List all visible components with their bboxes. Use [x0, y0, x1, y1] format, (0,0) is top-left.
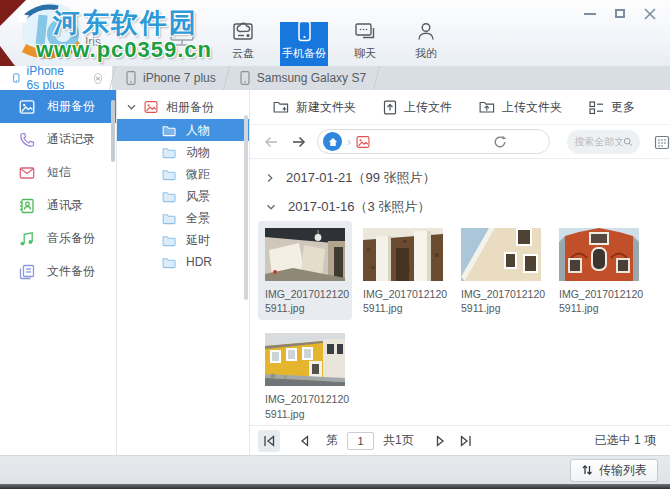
nav-label: 云盘 [232, 46, 254, 61]
sidebar-item-sms[interactable]: 短信 [0, 156, 116, 189]
tree-item-timelapse[interactable]: 延时 [117, 229, 249, 251]
tree-item-label: 风景 [186, 188, 210, 205]
sidebar-item-contacts[interactable]: 通讯录 [0, 189, 116, 222]
photo-card[interactable]: IMG_20170121205911.jpg [356, 221, 450, 320]
view-calendar-icon[interactable] [654, 134, 670, 150]
upload-file-icon [383, 100, 397, 115]
window-controls [583, 7, 656, 20]
sidebar-item-file-backup[interactable]: 文件备份 [0, 255, 116, 288]
cloud-drive-icon [232, 20, 254, 42]
mail-icon [19, 165, 35, 181]
nav-label: 手机备份 [282, 46, 326, 61]
address-breadcrumb-bar[interactable]: › [317, 129, 550, 154]
tree-item-landscape[interactable]: 风景 [117, 185, 249, 207]
toolbar-label: 上传文件夹 [502, 99, 562, 116]
tree-scrollbar[interactable] [244, 115, 248, 300]
tree-item-macro[interactable]: 微距 [117, 163, 249, 185]
new-folder-icon [273, 100, 289, 114]
photo-card[interactable]: IMG_20170121205911.jpg [454, 221, 548, 320]
tree-item-panorama[interactable]: 全景 [117, 207, 249, 229]
search-input[interactable] [574, 136, 623, 147]
refresh-button[interactable] [493, 135, 507, 149]
forward-button[interactable] [291, 134, 307, 150]
chevron-down-icon [266, 203, 276, 211]
photo-thumbnail [559, 228, 639, 281]
sidebar-item-music-backup[interactable]: 音乐备份 [0, 222, 116, 255]
back-button[interactable] [263, 134, 279, 150]
main-area: 相册备份 通话记录 短信 通讯录 音乐备份 文件备份 相册备份 [0, 90, 670, 455]
next-page-button[interactable] [435, 435, 446, 447]
album-icon [19, 99, 35, 115]
device-tabbar: iPhone 6s plus ✕ iPhone 7 plus Samsung G… [0, 66, 670, 90]
sidebar-scrollbar[interactable] [111, 100, 115, 162]
photo-thumbnail [265, 228, 345, 281]
photo-card-selected[interactable]: IMG_20170121205911.jpg [258, 221, 352, 320]
minimize-button[interactable] [583, 7, 596, 20]
nav-item-chat[interactable]: 聊天 [341, 22, 389, 66]
selection-count-label: 已选中 1 项 [595, 432, 656, 449]
nav-item-phone-backup[interactable]: 手机备份 [280, 22, 328, 66]
photo-filename: IMG_20170121205911.jpg [461, 287, 541, 315]
transfer-arrows-icon [581, 464, 593, 476]
tree-item-animals[interactable]: 动物 [117, 141, 249, 163]
action-toolbar: 新建文件夹 上传文件 上传文件夹 更多 [250, 90, 670, 125]
close-button[interactable] [643, 7, 656, 20]
search-box[interactable] [567, 130, 640, 154]
tab-iphone-6s-plus[interactable]: iPhone 6s plus ✕ [0, 66, 112, 90]
photo-grid-row: IMG_20170121205911.jpg IMG_2017012120591… [250, 221, 670, 320]
pagination-bar: 第 共1页 已选中 1 项 [250, 425, 670, 455]
window-bottom-edge [0, 484, 670, 489]
more-button[interactable]: 更多 [589, 99, 635, 116]
toolbar-label: 上传文件 [404, 99, 452, 116]
watermark-site-name: 河东软件园 [53, 5, 198, 41]
date-group-label: 2017-01-21（99 张照片） [286, 169, 436, 187]
tree-item-label: 动物 [186, 144, 210, 161]
upload-file-button[interactable]: 上传文件 [383, 99, 452, 116]
toolbar-label: 更多 [611, 99, 635, 116]
user-icon [415, 20, 437, 42]
last-page-button[interactable] [459, 435, 472, 447]
sidebar: 相册备份 通话记录 短信 通讯录 音乐备份 文件备份 [0, 90, 117, 455]
sidebar-item-call-log[interactable]: 通话记录 [0, 123, 116, 156]
new-folder-button[interactable]: 新建文件夹 [273, 99, 356, 116]
tab-samsung-galaxy-s7[interactable]: Samsung Galaxy S7 [227, 66, 376, 90]
tree-item-label: 人物 [186, 122, 210, 139]
toolbar-label: 新建文件夹 [296, 99, 356, 116]
transfer-list-button[interactable]: 传输列表 [570, 459, 658, 482]
photo-thumbnail [265, 333, 345, 386]
prev-page-button[interactable] [299, 435, 310, 447]
photo-card[interactable]: IMG_20170121205911.jpg [552, 221, 646, 320]
sidebar-item-label: 短信 [47, 164, 71, 181]
files-icon [19, 264, 35, 280]
tree-item-label: 全景 [186, 210, 210, 227]
phone-icon [240, 71, 250, 85]
date-group-expanded[interactable]: 2017-01-16（3 张照片） [250, 192, 670, 221]
photo-thumbnail [363, 228, 443, 281]
photo-filename: IMG_20170121205911.jpg [265, 287, 345, 315]
tree-item-hdr[interactable]: HDR [117, 251, 249, 273]
sidebar-item-label: 音乐备份 [47, 230, 95, 247]
tree-item-people[interactable]: 人物 [117, 119, 249, 141]
photo-thumbnail [461, 228, 541, 281]
maximize-button[interactable] [613, 7, 626, 20]
upload-folder-button[interactable]: 上传文件夹 [479, 99, 562, 116]
first-page-button[interactable] [258, 430, 280, 452]
content-area: 新建文件夹 上传文件 上传文件夹 更多 [250, 90, 670, 455]
photo-filename: IMG_20170121205911.jpg [559, 287, 639, 315]
page-number-input[interactable] [347, 432, 374, 450]
total-pages-label: 共1页 [383, 432, 414, 449]
breadcrumb-album-icon [356, 135, 370, 149]
nav-item-mine[interactable]: 我的 [402, 22, 450, 66]
album-icon [144, 100, 158, 114]
home-icon[interactable] [323, 132, 342, 151]
sidebar-item-label: 通话记录 [47, 131, 95, 148]
tab-close-icon[interactable]: ✕ [94, 73, 102, 84]
photo-card[interactable]: IMG_20170121205911.jpg [258, 326, 352, 425]
date-group-collapsed[interactable]: 2017-01-21（99 张照片） [250, 163, 670, 192]
folder-icon [162, 256, 176, 269]
tab-iphone-7-plus[interactable]: iPhone 7 plus [113, 66, 226, 90]
search-icon [623, 136, 633, 148]
folder-icon [162, 190, 176, 203]
sidebar-item-album-backup[interactable]: 相册备份 [0, 90, 116, 123]
tree-root-album-backup[interactable]: 相册备份 [117, 95, 249, 119]
